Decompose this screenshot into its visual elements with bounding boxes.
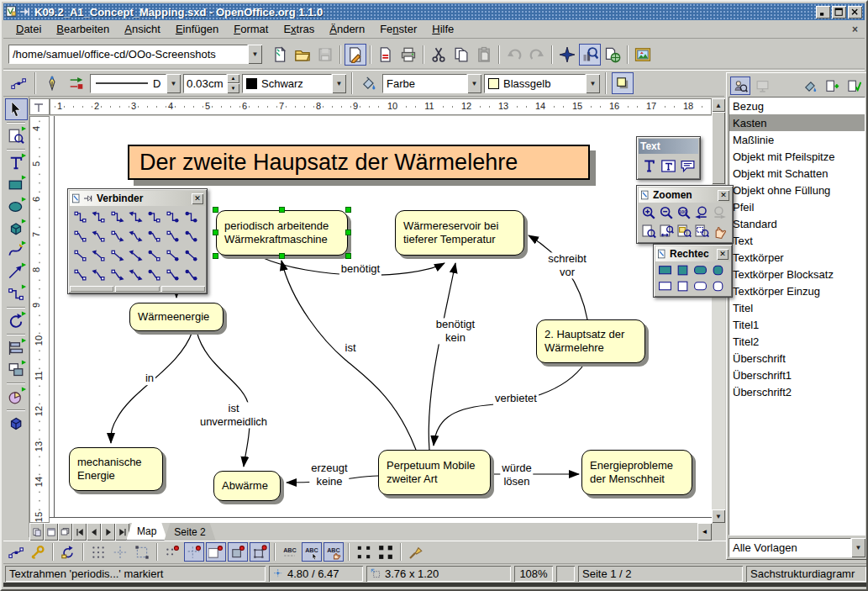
style-item-textkörper-blocksatz[interactable]: Textkörper Blocksatz — [729, 266, 865, 282]
style-item-kasten[interactable]: Kasten — [729, 114, 865, 131]
edge-label-benoetigt-kein[interactable]: benötigtkein — [434, 318, 476, 344]
square-filled-button[interactable] — [674, 262, 692, 278]
spin-up-icon[interactable]: ▲ — [227, 74, 239, 84]
concept-node-n8[interactable]: Energieproblemeder Menschheit — [581, 450, 692, 495]
new-style-button[interactable] — [822, 77, 842, 95]
zoom-palette-titlebar[interactable]: Zoomen ✕ — [639, 187, 731, 203]
zoom-page-button[interactable] — [639, 222, 657, 240]
zoom-button[interactable] — [579, 44, 601, 66]
close-icon[interactable]: ✕ — [717, 249, 729, 260]
menu-bearbeiten[interactable]: Bearbeiten — [49, 21, 117, 37]
connector-option-r4c2[interactable] — [89, 265, 108, 284]
horizontal-scrollbar[interactable] — [216, 523, 697, 541]
zoom-page-tool-button[interactable] — [5, 125, 28, 147]
style-item-titel[interactable]: Titel — [729, 299, 865, 316]
objects-3d-tool-button[interactable] — [5, 218, 28, 240]
connector-option-r4c6[interactable] — [163, 265, 181, 284]
connector-option-r2c2[interactable] — [89, 226, 108, 245]
style-item-titel2[interactable]: Titel2 — [729, 333, 865, 350]
open-button[interactable] — [292, 44, 313, 66]
dblclick-text-mode-button[interactable]: ABC — [324, 542, 344, 562]
connector-option-r1c3[interactable] — [108, 207, 126, 226]
line-color-dropdown-icon[interactable]: ▼ — [332, 74, 346, 93]
spin-down-icon[interactable]: ▼ — [227, 83, 239, 93]
style-item-textkörper-einzug[interactable]: Textkörper Einzug — [729, 282, 865, 299]
style-item-objekt-ohne-füllung[interactable]: Objekt ohne Füllung — [729, 182, 865, 198]
connector-option-r1c1[interactable] — [71, 207, 89, 226]
style-item-textkörper[interactable]: Textkörper — [729, 249, 865, 266]
draw-text-tool-button[interactable] — [5, 152, 28, 174]
select-tool-button[interactable] — [5, 98, 28, 120]
connector-option-r3c6[interactable] — [163, 245, 181, 265]
connector-option-r3c4[interactable] — [126, 245, 145, 265]
page-tab-map[interactable]: Map — [126, 523, 167, 541]
previous-page-button[interactable] — [87, 523, 101, 541]
style-item-überschrift2[interactable]: Überschrift2 — [729, 383, 865, 400]
connector-option-r4c7[interactable] — [181, 265, 200, 284]
scroll-down-icon[interactable]: ▼ — [712, 509, 725, 523]
fill-format-mode-button[interactable] — [800, 77, 820, 95]
concept-node-n1[interactable]: periodisch arbeitendeWärmekraftmaschine — [216, 210, 348, 256]
curve-tool-button[interactable] — [5, 240, 28, 261]
modify-attributes-button[interactable] — [406, 542, 426, 562]
connector-option-r4c1[interactable] — [71, 265, 89, 284]
line-style-combo[interactable]: D ▼ — [90, 74, 181, 93]
maximize-button[interactable] — [832, 6, 846, 18]
scroll-up-icon[interactable]: ▲ — [712, 98, 725, 112]
line-color-combo[interactable]: Schwarz ▼ — [242, 74, 346, 93]
concept-node-n5[interactable]: mechanischeEnergie — [69, 447, 163, 491]
close-button[interactable] — [848, 6, 862, 18]
style-filter-combo[interactable]: Alle Vorlagen ▼ — [729, 538, 865, 557]
selection-handle[interactable] — [345, 207, 351, 213]
connector-option-r3c1[interactable] — [71, 245, 89, 265]
connector-option-r2c7[interactable] — [181, 226, 200, 245]
drawing-canvas[interactable]: Der zweite Haupsatz der Wärmelehre perio… — [50, 116, 712, 523]
url-input[interactable] — [13, 48, 244, 61]
edge-label-schreibt-vor[interactable]: schreibt vor — [546, 252, 588, 278]
concept-node-n2[interactable]: Wärmereservoir beitieferer Temperatur — [395, 210, 524, 256]
rotation-mode-button[interactable] — [58, 542, 78, 562]
connector-option-r2c3[interactable] — [108, 226, 126, 245]
style-item-bezug[interactable]: Bezug — [729, 98, 865, 114]
rounded-rect-outline-button[interactable] — [692, 278, 709, 294]
minimize-button[interactable] — [816, 6, 830, 18]
gallery-button[interactable] — [602, 44, 623, 66]
edit-points-button[interactable] — [8, 72, 29, 94]
edge-label-erzeugt-keine[interactable]: erzeugtkeine — [309, 462, 349, 488]
url-combo[interactable]: ▼ — [8, 45, 262, 64]
style-item-text[interactable]: Text — [729, 232, 865, 249]
print-button[interactable] — [397, 44, 419, 66]
connector-option-r1c4[interactable] — [126, 207, 145, 226]
scrollbar-thumb[interactable] — [712, 112, 725, 184]
menu-hilfe[interactable]: Hilfe — [424, 21, 461, 37]
connector-option-r1c5[interactable] — [145, 207, 163, 226]
connector-option-r3c5[interactable] — [145, 245, 163, 265]
style-item-objekt-mit-schatten[interactable]: Objekt mit Schatten — [729, 165, 865, 182]
callout-button[interactable] — [678, 155, 697, 177]
snap-points-button[interactable] — [250, 542, 270, 562]
concept-node-n3[interactable]: Wärmeenergie — [129, 303, 224, 331]
style-filter-dropdown-icon[interactable]: ▼ — [851, 538, 865, 557]
fit-text-frame-button[interactable] — [659, 155, 678, 177]
selection-handle[interactable] — [345, 253, 351, 259]
style-item-objekt-mit-pfeilspitze[interactable]: Objekt mit Pfeilspitze — [729, 148, 865, 165]
rotate-tool-tool-button[interactable] — [5, 310, 28, 332]
connector-n7-n1[interactable] — [281, 261, 416, 450]
fill-type-combo[interactable]: Farbe ▼ — [382, 74, 481, 93]
zoom-in-button[interactable] — [639, 203, 657, 222]
menu-ändern[interactable]: Ändern — [322, 21, 372, 37]
zoom-100-button[interactable]: 100 — [675, 203, 692, 222]
save-button[interactable] — [314, 44, 336, 66]
edge-label-benoetigt[interactable]: benötigt — [339, 262, 381, 276]
helplines-front-button[interactable] — [132, 542, 152, 562]
presentation-styles-button[interactable] — [752, 77, 772, 95]
redo-button[interactable] — [526, 44, 548, 66]
concept-node-n7[interactable]: Perpetuum Mobilezweiter Art — [378, 450, 491, 495]
copy-button[interactable] — [450, 44, 472, 66]
rounded-rect-filled-button[interactable] — [692, 262, 709, 278]
menu-einfügen[interactable]: Einfügen — [168, 21, 226, 37]
handles-large-button[interactable] — [376, 542, 396, 562]
menu-extras[interactable]: Extras — [276, 21, 322, 37]
connector-option-r2c6[interactable] — [163, 226, 181, 245]
connector-palette-titlebar[interactable]: Verbinder ✕ — [70, 191, 205, 206]
